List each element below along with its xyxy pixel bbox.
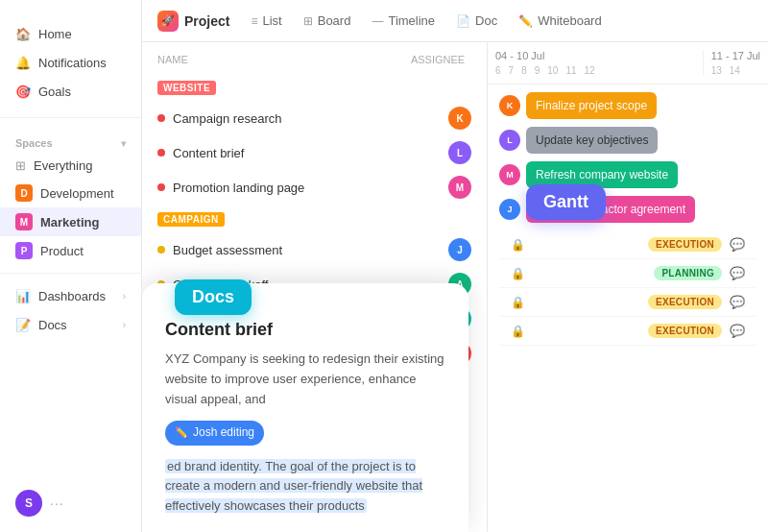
status-badge: EXECUTION [648,295,722,309]
tab-list[interactable]: ≡ List [241,8,291,34]
day: 9 [535,65,540,76]
gantt-bar-row: K Finalize project scope [499,92,756,119]
gantt-status-row: 🔒 EXECUTION 💬 [499,317,756,346]
user-area[interactable]: S ··· [0,490,141,517]
day: 8 [521,65,527,76]
lock-icon: 🔒 [511,325,525,338]
docs-icon: 📝 [15,317,31,332]
chevron-icon: ▾ [121,138,126,149]
status-dot [157,246,165,254]
board-icon: ⊞ [303,14,313,28]
sidebar-item-dashboards[interactable]: 📊 Dashboards › [0,281,141,310]
doc-icon: 📄 [456,14,470,28]
task-name: Budget assessment [173,243,441,257]
divider [0,117,141,118]
table-row[interactable]: Budget assessment J [142,232,487,267]
editing-user-label: Josh editing [193,423,254,442]
gantt-label-badge: Gantt [526,184,606,220]
day: 13 [711,65,722,76]
docs-badge: Docs [175,279,252,315]
sidebar-item-label: Docs [38,318,67,332]
sidebar-item-label: Goals [38,85,71,99]
sidebar-item-label: Notifications [38,56,107,70]
gantt-bar: Update key objectives [526,127,658,154]
spaces-section-title: Spaces ▾ [0,126,141,153]
lock-icon: 🔒 [511,296,525,309]
status-badge: PLANNING [654,266,722,280]
section-label-campaign: CAMPAIGN [157,212,225,227]
sidebar-item-everything[interactable]: ⊞ Everything [0,153,141,179]
chevron-right-icon: › [123,320,126,330]
table-row[interactable]: Content brief L [142,135,487,170]
avatar: L [448,141,471,164]
day: 11 [565,65,576,76]
sidebar-item-development[interactable]: D Development [0,179,141,207]
docs-popup: Docs Content brief XYZ Company is seekin… [142,283,468,532]
tab-whiteboard[interactable]: ✏️ Whiteboard [509,8,611,34]
gantt-status-row: 🔒 EXECUTION 💬 [499,230,756,259]
space-avatar: M [15,213,33,230]
sidebar-item-label: Everything [34,158,92,173]
sidebar-item-label: Product [40,244,84,258]
column-headers: NAME ASSIGNEE [142,54,487,73]
tab-board[interactable]: ⊞ Board [294,8,361,34]
task-name: Promotion landing page [173,181,441,195]
table-row[interactable]: Campaign research K [142,101,487,135]
sidebar-item-marketing[interactable]: M Marketing [0,207,141,236]
lock-icon: 🔒 [511,238,525,252]
sidebar-item-notifications[interactable]: 🔔 Notifications [0,48,141,77]
day: 14 [730,65,740,76]
highlighted-text: ed brand identity. The goal of the proje… [165,459,422,514]
status-dot [157,183,165,191]
day: 12 [585,65,595,76]
chat-icon: 💬 [730,237,745,252]
gantt-bar-row: L Update key objectives [499,127,756,154]
sidebar-item-home[interactable]: 🏠 Home [0,19,141,48]
editing-badge: ✏️ Josh editing [165,421,264,445]
sidebar-item-label: Home [38,27,72,41]
header: 🚀 Project ≡ List ⊞ Board — Timeline 📄 Do… [142,0,768,42]
docs-popup-title: Content brief [165,320,445,340]
day: 7 [509,65,515,76]
table-row[interactable]: Promotion landing page M [142,170,487,205]
grid-icon: ⊞ [15,158,26,173]
sidebar-item-label: Development [40,186,114,201]
status-dot [157,114,165,122]
space-avatar: D [15,184,33,202]
week-label-1: 04 - 10 Jul [495,50,695,61]
status-badge: EXECUTION [648,237,722,252]
avatar: J [499,199,520,220]
avatar: L [499,130,520,151]
week-label-2: 11 - 17 Jul [711,50,760,61]
task-name: Content brief [173,146,441,160]
col-assignee-header: ASSIGNEE [404,54,471,65]
sidebar-item-product[interactable]: P Product [0,236,141,265]
tab-timeline[interactable]: — Timeline [362,8,444,34]
main-content: 🚀 Project ≡ List ⊞ Board — Timeline 📄 Do… [142,0,768,532]
pencil-icon: ✏️ [175,424,188,442]
sidebar-item-label: Marketing [40,215,99,230]
divider [0,273,141,274]
chat-icon: 💬 [730,324,745,338]
docs-popup-text: XYZ Company is seeking to redesign their… [165,350,445,517]
lock-icon: 🔒 [511,267,525,280]
list-icon: ≡ [251,14,257,28]
tab-doc[interactable]: 📄 Doc [446,8,507,34]
task-name: Campaign research [173,111,441,126]
avatar: K [499,95,520,116]
gantt-status-row: 🔒 EXECUTION 💬 [499,288,756,317]
header-tabs: ≡ List ⊞ Board — Timeline 📄 Doc ✏️ White… [241,8,753,34]
gantt-bar: Finalize project scope [526,92,657,119]
sidebar: 🏠 Home 🔔 Notifications 🎯 Goals Spaces ▾ … [0,0,142,532]
day: 6 [495,65,501,76]
bell-icon: 🔔 [15,55,31,70]
sidebar-item-docs[interactable]: 📝 Docs › [0,310,141,339]
sidebar-item-goals[interactable]: 🎯 Goals [0,77,141,106]
gantt-bars: K Finalize project scope L Update key ob… [488,85,768,353]
status-badge: EXECUTION [648,324,722,338]
gantt-panel: 04 - 10 Jul 6 7 8 9 10 11 12 11 - 17 Jul… [488,42,768,532]
gantt-status-row: 🔒 PLANNING 💬 [499,259,756,288]
avatar: J [448,238,471,261]
space-avatar: P [15,242,33,259]
whiteboard-icon: ✏️ [518,14,533,28]
